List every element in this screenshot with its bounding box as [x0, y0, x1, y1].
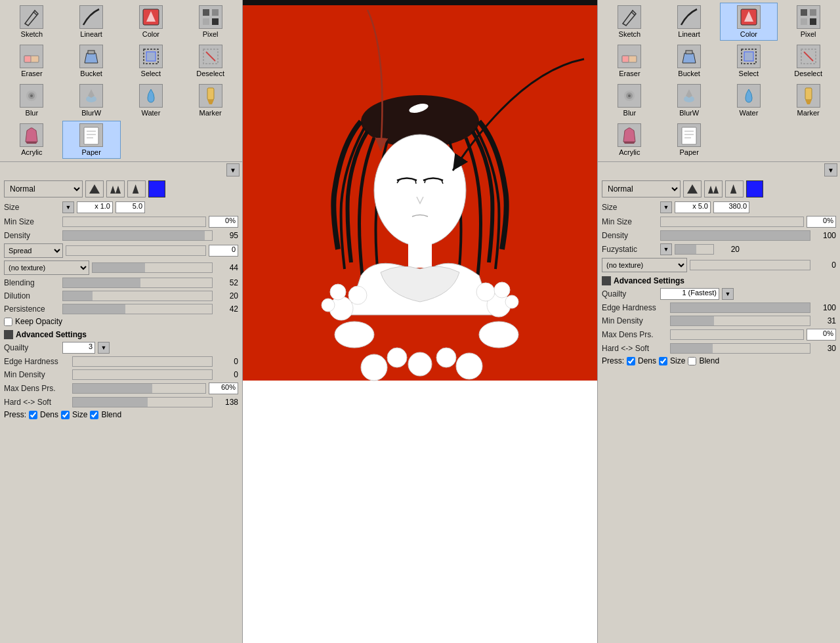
right-tool-paper[interactable]: Paper	[660, 121, 719, 159]
left-edge-hardness-slider[interactable]	[72, 356, 213, 367]
left-blend-mode-select[interactable]: Normal Multiply Screen	[4, 180, 83, 197]
right-texture-select[interactable]: (no texture)	[602, 258, 687, 272]
right-edge-hardness-slider[interactable]	[670, 302, 810, 313]
left-min-density-val: 0	[215, 370, 238, 379]
left-tool-eraser[interactable]: Eraser	[3, 42, 61, 80]
right-tool-color[interactable]: Color	[720, 3, 778, 41]
left-spread-select[interactable]: Spread	[4, 243, 63, 258]
right-tool-sketch[interactable]: Sketch	[600, 3, 659, 41]
right-tool-deselect[interactable]: Deselect	[779, 42, 837, 80]
right-size-val-field[interactable]: 380.0	[713, 201, 749, 213]
left-tool-paper[interactable]: Paper	[62, 121, 121, 159]
right-quality-dropdown-btn[interactable]: ▼	[722, 288, 734, 300]
left-minsize-val[interactable]: 0%	[209, 216, 238, 228]
svg-point-49	[436, 348, 456, 367]
right-tool-pixel[interactable]: Pixel	[779, 3, 837, 41]
left-brush-settings: Normal Multiply Screen Size ▼ x 1.0 5.0	[0, 178, 242, 643]
canvas-area[interactable]	[243, 0, 597, 643]
left-blending-slider[interactable]	[62, 278, 213, 288]
left-density-slider[interactable]	[62, 230, 213, 241]
right-min-density-slider[interactable]	[670, 316, 810, 326]
right-tool-blur[interactable]: Blur	[600, 81, 659, 119]
left-quality-val[interactable]: 3	[62, 342, 95, 354]
left-persistence-slider[interactable]	[62, 304, 213, 314]
right-shape-btn-1[interactable]	[683, 180, 702, 197]
left-spread-slider[interactable]	[66, 245, 206, 256]
svg-rect-35	[408, 241, 432, 268]
left-density-val: 95	[215, 231, 238, 240]
left-texture-select[interactable]: (no texture)	[4, 260, 89, 275]
left-tool-pixel[interactable]: Pixel	[181, 3, 240, 41]
left-press-dens-check[interactable]	[29, 411, 37, 419]
left-press-size-check[interactable]	[61, 411, 70, 419]
right-press-dens-check[interactable]	[627, 357, 635, 365]
left-shape-btn-1[interactable]	[85, 180, 104, 197]
left-shape-btn-3[interactable]	[127, 180, 146, 197]
left-hard-soft-slider[interactable]	[72, 397, 213, 407]
right-tool-bucket[interactable]: Bucket	[660, 42, 719, 80]
left-minsize-slider[interactable]	[62, 217, 206, 227]
right-fuzystatic-val: 20	[717, 245, 740, 254]
left-quality-dropdown-btn[interactable]: ▼	[98, 342, 110, 354]
right-fuzystatic-dropdown[interactable]: ▼	[660, 243, 672, 255]
right-density-slider[interactable]	[660, 230, 810, 241]
right-size-dropdown-btn[interactable]: ▼	[660, 201, 672, 213]
left-tool-bucket[interactable]: Bucket	[62, 42, 121, 80]
left-keep-opacity-checkbox[interactable]	[4, 318, 12, 326]
right-press-size-check[interactable]	[659, 357, 667, 365]
canvas-drawing[interactable]	[243, 0, 597, 643]
left-tool-lineart[interactable]: Lineart	[62, 3, 121, 41]
right-max-dens-slider[interactable]	[670, 329, 804, 340]
svg-point-68	[628, 94, 631, 97]
right-shape-btn-3[interactable]	[725, 180, 744, 197]
left-color-swatch[interactable]	[148, 180, 165, 197]
right-color-swatch[interactable]	[746, 180, 763, 197]
right-minsize-val[interactable]: 0%	[807, 216, 836, 228]
right-quality-val[interactable]: 1 (Fastest)	[660, 288, 719, 300]
right-tool-acrylic[interactable]: Acrylic	[600, 121, 659, 159]
right-tool-select[interactable]: Select	[720, 42, 778, 80]
right-blend-mode-select[interactable]: Normal Multiply	[602, 180, 681, 197]
left-tool-color[interactable]: Color	[122, 3, 180, 41]
left-keep-opacity-label: Keep Opacity	[15, 317, 62, 326]
acrylic-icon	[20, 123, 43, 147]
right-size-mult-field[interactable]: x 5.0	[675, 201, 711, 213]
right-tool-lineart[interactable]: Lineart	[660, 3, 719, 41]
left-texture-slider[interactable]	[92, 262, 213, 273]
left-spread-val[interactable]: 0	[209, 245, 238, 257]
right-tool-blurw[interactable]: BlurW	[660, 81, 719, 119]
left-tool-blurw[interactable]: BlurW	[62, 81, 121, 119]
right-max-dens-val[interactable]: 0%	[807, 329, 836, 341]
right-shape-btn-2[interactable]	[704, 180, 723, 197]
left-dilution-slider[interactable]	[62, 291, 213, 301]
left-press-blend-check[interactable]	[90, 411, 98, 419]
left-min-density-slider[interactable]	[72, 369, 213, 380]
right-minsize-slider[interactable]	[660, 217, 804, 227]
right-tool-eraser[interactable]: Eraser	[600, 42, 659, 80]
left-max-dens-val[interactable]: 60%	[209, 383, 238, 394]
left-size-dropdown-btn[interactable]: ▼	[62, 201, 74, 213]
right-hard-soft-slider[interactable]	[670, 343, 810, 354]
right-tool-water[interactable]: Water	[720, 81, 778, 119]
sketch-icon	[20, 5, 43, 29]
right-press-blend-check[interactable]	[688, 357, 696, 365]
right-scroll-down-btn[interactable]: ▼	[824, 163, 837, 176]
right-advanced-toggle[interactable]	[602, 276, 611, 285]
left-max-dens-slider[interactable]	[72, 383, 206, 394]
left-tool-select[interactable]: Select	[122, 42, 180, 80]
left-size-mult-field[interactable]: x 1.0	[77, 201, 113, 213]
left-scroll-down-btn[interactable]: ▼	[226, 163, 240, 176]
left-tool-marker[interactable]: Marker	[181, 81, 240, 119]
left-tool-blur[interactable]: Blur	[3, 81, 61, 119]
left-shape-btn-2[interactable]	[106, 180, 125, 197]
left-size-val-field[interactable]: 5.0	[116, 201, 145, 213]
right-fuzystatic-slider[interactable]	[675, 244, 714, 255]
svg-rect-55	[801, 9, 807, 16]
left-tool-sketch[interactable]: Sketch	[3, 3, 61, 41]
left-tool-deselect[interactable]: Deselect	[181, 42, 240, 80]
left-tool-water[interactable]: Water	[122, 81, 180, 119]
left-tool-acrylic[interactable]: Acrylic	[3, 121, 61, 159]
right-texture-slider[interactable]	[690, 260, 810, 270]
right-tool-marker[interactable]: Marker	[779, 81, 837, 119]
left-advanced-toggle[interactable]	[4, 330, 13, 339]
